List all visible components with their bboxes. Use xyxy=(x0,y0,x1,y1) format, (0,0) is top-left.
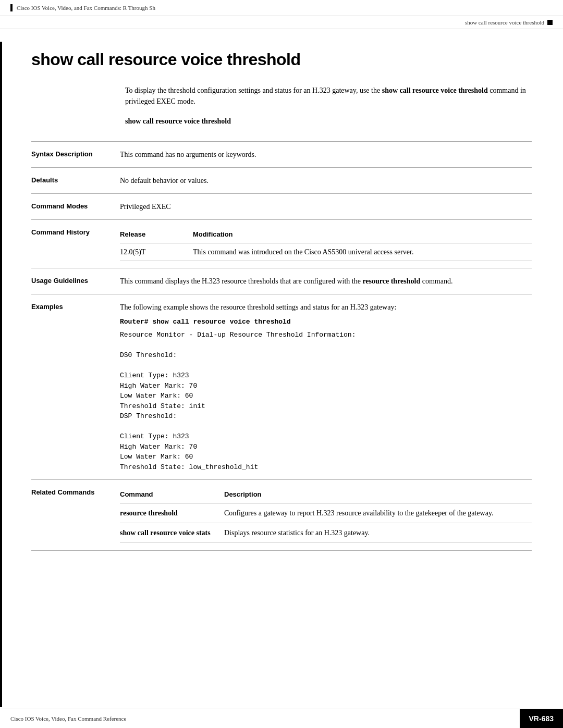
list-item xyxy=(120,422,532,432)
sub-header-right: show call resource voice threshold xyxy=(465,19,553,26)
list-item xyxy=(120,361,532,371)
list-item: Client Type: h323 xyxy=(120,431,532,442)
left-accent-bar xyxy=(0,42,2,707)
sub-header-title: show call resource voice threshold xyxy=(465,19,544,26)
examples-section: Examples The following example shows the… xyxy=(31,294,532,480)
table-row: show call resource voice statsDisplays r… xyxy=(120,523,532,542)
intro-text-pre: To display the threshold configuration s… xyxy=(125,87,382,94)
list-item: High Water Mark: 70 xyxy=(120,442,532,452)
defaults-label: Defaults xyxy=(31,175,120,184)
list-item: Threshold State: low_threshold_hit xyxy=(120,462,532,473)
page-content: show call resource voice threshold To di… xyxy=(0,29,563,593)
command-modes-label: Command Modes xyxy=(31,201,120,210)
list-item: Threshold State: init xyxy=(120,401,532,412)
syntax-description-section: Syntax Description This command has no a… xyxy=(31,141,532,167)
list-item xyxy=(120,340,532,351)
examples-label: Examples xyxy=(31,302,120,311)
related-cmd-desc: Configures a gateway to report H.323 res… xyxy=(224,503,532,523)
related-cmd-desc: Displays resource statistics for an H.32… xyxy=(224,523,532,542)
examples-output: Resource Monitor - Dial-up Resource Thre… xyxy=(120,330,532,472)
sub-header: show call resource voice threshold xyxy=(0,16,563,29)
rel-col-description-header: Description xyxy=(224,487,532,503)
command-history-label: Command History xyxy=(31,227,120,236)
list-item: Low Water Mark: 60 xyxy=(120,391,532,401)
list-item: High Water Mark: 70 xyxy=(120,381,532,391)
related-cmd-name: resource threshold xyxy=(120,503,224,523)
command-history-content: Release Modification 12.0(5)TThis comman… xyxy=(120,227,532,261)
col-release-header: Release xyxy=(120,227,193,243)
examples-content: The following example shows the resource… xyxy=(120,302,532,473)
syntax-description-label: Syntax Description xyxy=(31,149,120,158)
examples-intro: The following example shows the resource… xyxy=(120,302,532,313)
command-modes-content: Privileged EXEC xyxy=(120,201,532,212)
modification-cell: This command was introduced on the Cisco… xyxy=(193,243,532,260)
table-row: resource thresholdConfigures a gateway t… xyxy=(120,503,532,523)
top-header: Cisco IOS Voice, Video, and Fax Commands… xyxy=(0,0,563,16)
footer: Cisco IOS Voice, Video, Fax Command Refe… xyxy=(0,709,563,728)
list-item: Low Water Mark: 60 xyxy=(120,452,532,462)
command-modes-section: Command Modes Privileged EXEC xyxy=(31,193,532,219)
defaults-section: Defaults No default behavior or values. xyxy=(31,167,532,193)
usage-bold-text: resource threshold xyxy=(362,277,420,285)
list-item: DS0 Threshold: xyxy=(120,350,532,361)
list-item: Resource Monitor - Dial-up Resource Thre… xyxy=(120,330,532,340)
release-cell: 12.0(5)T xyxy=(120,243,193,260)
defaults-content: No default behavior or values. xyxy=(120,175,532,186)
col-modification-header: Modification xyxy=(193,227,532,243)
header-bar-accent xyxy=(10,4,13,11)
usage-guidelines-content: This command displays the H.323 resource… xyxy=(120,276,532,287)
footer-right-text: VR-683 xyxy=(520,709,563,728)
page-title: show call resource voice threshold xyxy=(31,50,532,69)
rel-col-command-header: Command xyxy=(120,487,224,503)
table-row: 12.0(5)TThis command was introduced on t… xyxy=(120,243,532,260)
intro-bold-cmd: show call resource voice threshold xyxy=(382,87,488,94)
intro-paragraph: To display the threshold configuration s… xyxy=(125,85,532,107)
header-black-square xyxy=(547,20,553,25)
command-history-table: Release Modification 12.0(5)TThis comman… xyxy=(120,227,532,261)
footer-left-text: Cisco IOS Voice, Video, Fax Command Refe… xyxy=(0,709,520,728)
related-cmd-name: show call resource voice stats xyxy=(120,523,224,542)
cmd-syntax-display: show call resource voice threshold xyxy=(125,117,532,126)
related-commands-content: Command Description resource thresholdCo… xyxy=(120,487,532,543)
list-item: DSP Threshold: xyxy=(120,411,532,422)
related-commands-section: Related Commands Command Description res… xyxy=(31,479,532,551)
command-history-section: Command History Release Modification 12.… xyxy=(31,219,532,268)
examples-cmd: Router# show call resource voice thresho… xyxy=(120,317,532,327)
header-left-text: Cisco IOS Voice, Video, and Fax Commands… xyxy=(17,5,155,11)
list-item: Client Type: h323 xyxy=(120,371,532,381)
usage-text-pre: This command displays the H.323 resource… xyxy=(120,277,362,285)
usage-guidelines-section: Usage Guidelines This command displays t… xyxy=(31,268,532,294)
cmd-syntax-text: show call resource voice threshold xyxy=(125,117,231,125)
related-commands-table: Command Description resource thresholdCo… xyxy=(120,487,532,543)
usage-text-post: command. xyxy=(420,277,452,285)
syntax-description-content: This command has no arguments or keyword… xyxy=(120,149,532,160)
usage-guidelines-label: Usage Guidelines xyxy=(31,276,120,285)
related-commands-label: Related Commands xyxy=(31,487,120,496)
